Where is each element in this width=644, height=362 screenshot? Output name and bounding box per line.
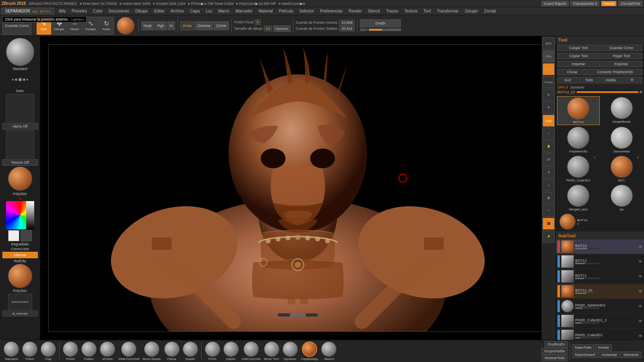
bottom-brush-elastic-2[interactable]: Elastic	[222, 341, 240, 362]
menu-luz[interactable]: Luz	[203, 8, 215, 14]
menu-stencil[interactable]: Stencil	[365, 8, 383, 14]
polyskin-sphere[interactable]	[8, 167, 32, 191]
menu-zscript[interactable]: Zscript	[481, 8, 499, 14]
brush-item-bot14-8[interactable]: BOT14 8	[557, 213, 643, 230]
guardar-como-tool-btn[interactable]: Guardar Como	[601, 45, 643, 51]
spix-icon-btn[interactable]: SPix	[543, 50, 555, 62]
subtool-slider-pm3d-cube-1[interactable]	[575, 337, 599, 339]
bottom-brush-planar[interactable]: Planar	[163, 341, 181, 362]
bottom-brush-polish-2[interactable]: Polish	[62, 341, 79, 362]
rellobj-sphere[interactable]	[8, 264, 32, 288]
subtool-item-pm3d-cube-1[interactable]: PM3D_Cube3D1 👁	[556, 329, 644, 340]
ocultno-en-btn[interactable]: OcultNoEn	[545, 341, 568, 348]
bottom-brush-pinch[interactable]: Pinch	[204, 341, 221, 362]
color-wheel[interactable]	[6, 201, 34, 229]
alternar-btn[interactable]: Alternar	[2, 252, 38, 258]
guard-rapido-btn[interactable]: Guard Rápido	[541, 1, 569, 6]
menu-textura[interactable]: Textura	[401, 8, 420, 14]
material-sphere[interactable]	[117, 17, 134, 35]
grupo-visible-btn[interactable]: GrupoVisible	[541, 348, 568, 354]
dynamic-icon-btn[interactable]: Dyn	[543, 63, 555, 75]
menu-zplugin[interactable]: Zplugin	[462, 8, 481, 14]
brush-preview-sphere[interactable]	[6, 38, 34, 66]
line-fill-icon-btn[interactable]: ≡	[543, 179, 555, 191]
mrgb-btn[interactable]: Mrgb	[141, 21, 155, 30]
menu-archivo[interactable]: Archivo	[168, 8, 187, 14]
menu-pinceles[interactable]: Pinceles	[69, 8, 90, 14]
bottom-brush-move-trim[interactable]: Move Trim	[263, 341, 281, 362]
menu-material[interactable]: Material	[256, 8, 276, 14]
menu-tool[interactable]: Tool	[421, 8, 433, 14]
subtool-slider-bot11[interactable]	[575, 278, 599, 279]
bottom-brush-standard[interactable]: Standard	[2, 341, 20, 362]
exportar-btn[interactable]: Exportar	[601, 61, 643, 67]
qvyz-icon-btn[interactable]: Qvyz	[543, 115, 555, 127]
m-btn[interactable]: M	[167, 21, 175, 30]
goz-btn[interactable]: GoZ	[557, 77, 578, 83]
menu-preferencias[interactable]: Preferencias	[317, 8, 345, 14]
bottom-brush-slash3[interactable]: Slash3	[320, 341, 338, 362]
pelar-icon-btn[interactable]: ◈	[543, 166, 555, 178]
polyf-icon-btn[interactable]: ▦	[543, 192, 555, 204]
disparar-icon-btn[interactable]: ⚡	[543, 230, 555, 243]
subtool-item-bot12[interactable]: BOT12 👁	[556, 254, 644, 269]
zcorte-btn[interactable]: Zcorte	[214, 21, 229, 30]
menu-trazos[interactable]: Trazos	[383, 8, 401, 14]
transparente-btn[interactable]: Transparente 0	[570, 1, 600, 6]
rotate-btn[interactable]: ↻ Rotar	[99, 17, 114, 35]
punto-focal-value[interactable]: 0	[255, 19, 261, 25]
subtool-item-pm3d-sphere[interactable]: PM3D_Sphere3D1 👁	[556, 299, 644, 314]
white-swatch[interactable]	[8, 230, 19, 241]
menus-btn[interactable]: Menús	[601, 1, 617, 6]
importar-btn[interactable]: Importar	[557, 61, 600, 67]
menu-marcador[interactable]: Marcador	[233, 8, 255, 14]
subtool-item-bot11[interactable]: BOT11 👁	[556, 269, 644, 284]
separador-label[interactable]: SEPARADOR s11 BOT14	[2, 8, 54, 14]
bottom-brush-flatten[interactable]: Flatten	[80, 341, 98, 362]
subtool-slider-pm3d-cube-2[interactable]	[575, 322, 599, 324]
zosc3d-icon-btn[interactable]: 3D	[543, 153, 555, 165]
subtool-slider-pm3d-sphere[interactable]	[575, 307, 599, 309]
menu-dibujar[interactable]: Dibujar	[132, 8, 151, 14]
canvas-scroll-indicator[interactable]	[278, 313, 318, 317]
locais-icon-btn[interactable]: ⚑	[543, 102, 555, 114]
copiar-tool-btn[interactable]: Copiar Tool	[557, 53, 600, 59]
rgb-btn[interactable]: Rgb	[155, 21, 167, 30]
eye-icon-pm3d-cube-1[interactable]: 👁	[638, 334, 642, 338]
brush-item-bot14-active[interactable]: BOT14	[557, 96, 600, 125]
ayudar-icon-btn[interactable]: ?	[543, 128, 555, 140]
bottom-brush-clay[interactable]: Clay	[39, 341, 57, 362]
menu-editar[interactable]: Editar	[151, 8, 167, 14]
texture-off-toggle[interactable]: Texture Off	[2, 159, 38, 166]
zmas-btn[interactable]: Zmás	[180, 21, 194, 30]
disminuir-btn[interactable]: Disminuir	[621, 352, 642, 358]
forma-icon-btn[interactable]: Forma	[543, 76, 555, 88]
subtool-item-bot14[interactable]: BOT14 👁	[556, 239, 644, 254]
subtool-item-pm3d-cube-2[interactable]: PM3D_Cube3D1_2 👁	[556, 314, 644, 329]
brush-item-merged-ojo2[interactable]: Merged_ojo2	[557, 184, 600, 212]
mover-icon-btn[interactable]: ✋	[543, 140, 555, 152]
menu-render[interactable]: Render	[346, 8, 365, 14]
alpha-preview[interactable]	[6, 94, 34, 122]
bottom-brush-dynamic[interactable]: Dynamic	[281, 341, 299, 362]
menu-selector[interactable]: Selector	[296, 8, 317, 14]
bottom-brush-softconcrete[interactable]: SoftConcrete	[241, 341, 262, 362]
subtool-slider-bot12[interactable]	[575, 263, 599, 264]
eye-icon-bot12-01[interactable]: 👁	[638, 289, 642, 294]
eye-icon-pm3d-sphere[interactable]: 👁	[638, 304, 642, 309]
brush-item-ojo[interactable]: ojo	[601, 184, 643, 212]
r-btn-tool[interactable]: R	[622, 77, 642, 83]
cargar-tool-btn[interactable]: Cargar Tool	[557, 45, 600, 51]
eye-icon-bot14[interactable]: 👁	[638, 245, 642, 249]
eye-icon-pm3d-cube-2[interactable]: 👁	[638, 319, 642, 323]
texture-preview[interactable]	[6, 130, 34, 158]
eye-icon-bot11[interactable]: 👁	[638, 274, 642, 279]
brush-item-simplebrush[interactable]: SimpleBrush	[601, 96, 643, 125]
bottom-brush-move-elastic[interactable]: Move Elastic	[141, 341, 162, 362]
todo-btn[interactable]: Todo	[579, 77, 599, 83]
mostrar-todo-btn[interactable]: MostrarTodo	[542, 355, 568, 361]
bpr-icon-btn[interactable]: BPR	[543, 37, 555, 49]
zscriptpred-btn[interactable]: ZScriptPred	[618, 1, 642, 6]
alter-icon-btn[interactable]: ⬛	[543, 218, 555, 230]
dark-swatch[interactable]	[21, 230, 32, 241]
